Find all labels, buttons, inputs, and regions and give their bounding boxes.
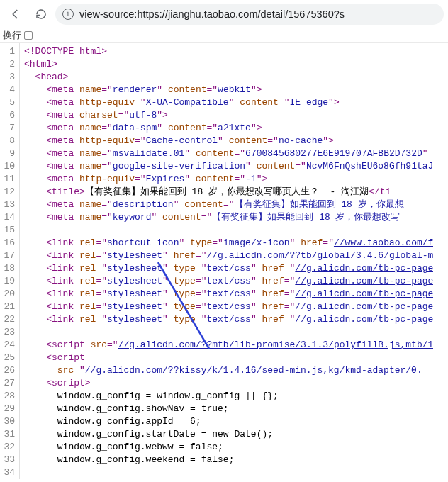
code-line: <link rel="shortcut icon" type="image/x-… [24,237,433,250]
code-line: window.g_config.weekend = false; [24,454,433,466]
line-number: 31 [3,428,15,441]
line-number: 28 [3,390,15,403]
code-line [24,326,433,339]
line-number: 16 [3,237,15,250]
line-number: 18 [3,262,15,275]
code-line: <link rel="stylesheet" href="//g.alicdn.… [24,250,433,262]
line-wrap-label: 换行 [3,29,21,42]
line-number: 10 [3,160,15,173]
line-number: 11 [3,173,15,186]
line-number: 7 [3,122,15,135]
code-line: <link rel="stylesheet" type="text/css" h… [24,313,433,326]
line-number: 24 [3,339,15,352]
code-line: window.g_config.showNav = true; [24,403,433,415]
code-line: <meta http-equiv="X-UA-Compatible" conte… [24,96,433,109]
code-line: <meta name="renderer" content="webkit"> [24,84,433,96]
line-number: 4 [3,84,15,96]
code-line: <link rel="stylesheet" type="text/css" h… [24,301,433,313]
code-line: <script> [24,377,433,390]
line-number: 27 [3,377,15,390]
reload-button[interactable] [30,3,52,26]
line-number: 26 [3,364,15,377]
line-number: 17 [3,250,15,262]
line-number: 5 [3,96,15,109]
line-number: 34 [3,466,15,479]
code-line: window.g_config.webww = false; [24,441,433,454]
code-line: window.g_config.startDate = new Date(); [24,428,433,441]
line-number: 15 [3,224,15,237]
address-url: view-source:https://jianghu.taobao.com/d… [79,9,345,20]
code-line: src="//g.alicdn.com/??kissy/k/1.4.16/see… [24,364,433,377]
code-line: <title>【有奖征集】如果能回到 18 岁，你最想改写哪页人生？ - 淘江湖… [24,186,433,198]
source-link[interactable]: //g.alicdn.com/??mtb/lib-promise/3.1.3/p… [118,340,434,350]
code-line: <link rel="stylesheet" type="text/css" h… [24,275,433,288]
back-button[interactable] [4,3,27,26]
source-link[interactable]: //g.alicdn.com/??tb/global/3.4.6/global-… [206,250,433,261]
line-number: 29 [3,403,15,415]
line-number: 33 [3,454,15,466]
line-number: 12 [3,186,15,198]
code-line: <meta name="keyword" content="【有奖征集】如果能回… [24,211,433,224]
code-line: <meta name="data-spm" content="a21xtc"> [24,122,433,135]
source-link[interactable]: //g.alicdn.com/??kissy/k/1.4.16/seed-min… [85,365,422,376]
line-number: 25 [3,352,15,364]
source-link[interactable]: //g.alicdn.com/tb-pc-page [295,301,433,312]
line-number: 21 [3,301,15,313]
code-line: <meta name="description" content="【有奖征集】… [24,198,433,211]
line-number: 32 [3,441,15,454]
code-line: <head> [24,71,433,84]
line-number-gutter: 1234567891011121314151617181920212223242… [0,43,20,479]
code-line: <link rel="stylesheet" type="text/css" h… [24,262,433,275]
code-line: <meta http-equiv="Expires" content="-1"> [24,173,433,186]
line-number: 6 [3,109,15,122]
line-number: 8 [3,135,15,147]
line-number: 2 [3,58,15,71]
line-number: 23 [3,326,15,339]
line-number: 20 [3,288,15,301]
code-line: <meta name="google-site-verification" co… [24,160,433,173]
code-line: <meta name="msvalidate.01" content="6700… [24,147,433,160]
source-link[interactable]: //g.alicdn.com/tb-pc-page [295,314,433,325]
code-line: <link rel="stylesheet" type="text/css" h… [24,288,433,301]
line-number: 13 [3,198,15,211]
line-number: 3 [3,71,15,84]
source-link[interactable]: //g.alicdn.com/tb-pc-page [295,276,433,286]
source-code[interactable]: <!DOCTYPE html><html><head><meta name="r… [20,43,433,479]
line-number: 30 [3,415,15,428]
line-number: 22 [3,313,15,326]
code-line: <script src="//g.alicdn.com/??mtb/lib-pr… [24,339,433,352]
line-number: 14 [3,211,15,224]
line-wrap-checkbox[interactable] [24,31,33,40]
source-view: 1234567891011121314151617181920212223242… [0,43,448,479]
line-number: 1 [3,45,15,58]
arrow-left-icon [9,8,22,21]
code-line: window.g_config.appId = 6; [24,415,433,428]
code-line: <meta http-equiv="Cache-control" content… [24,135,433,147]
line-number: 9 [3,147,15,160]
site-info-icon[interactable]: i [62,9,74,20]
code-line: <meta charset="utf-8"> [24,109,433,122]
source-link[interactable]: //g.alicdn.com/tb-pc-page [295,263,433,274]
code-line: <html> [24,58,433,71]
code-line [24,224,433,237]
view-source-options-bar: 换行 [0,28,448,43]
source-link[interactable]: //www.taobao.com/f [334,237,433,248]
line-number: 19 [3,275,15,288]
browser-toolbar: i view-source:https://jianghu.taobao.com… [0,0,448,28]
code-line: <script [24,352,433,364]
address-bar[interactable]: i view-source:https://jianghu.taobao.com… [55,4,444,25]
reload-icon [35,8,47,21]
code-line: window.g_config = window.g_config || {}; [24,390,433,403]
code-line: <!DOCTYPE html> [24,45,433,58]
source-link[interactable]: //g.alicdn.com/tb-pc-page [295,288,433,299]
